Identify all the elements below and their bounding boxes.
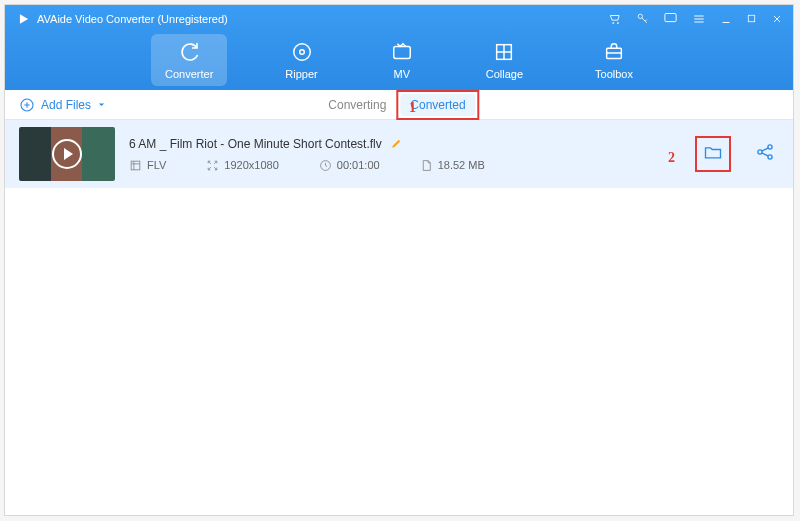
nav-converter[interactable]: Converter: [151, 34, 227, 86]
tab-converting[interactable]: Converting: [318, 94, 396, 116]
titlebar: AVAide Video Converter (Unregistered): [5, 5, 793, 30]
folder-icon: [701, 142, 725, 162]
key-icon[interactable]: [636, 12, 649, 25]
share-icon: [755, 142, 775, 162]
ripper-icon: [290, 40, 314, 64]
app-logo-icon: [17, 12, 31, 26]
file-meta: 6 AM _ Film Riot - One Minute Short Cont…: [129, 137, 681, 172]
share-button[interactable]: [755, 142, 775, 166]
minimize-icon[interactable]: [720, 13, 732, 25]
size-value: 18.52 MB: [438, 159, 485, 171]
nav-label: Ripper: [285, 68, 317, 80]
stat-size: 18.52 MB: [420, 159, 485, 172]
add-files-button[interactable]: Add Files: [19, 97, 106, 113]
toolbox-icon: [602, 40, 626, 64]
mv-icon: [390, 40, 414, 64]
window-controls: [608, 11, 783, 26]
clock-icon: [319, 159, 332, 172]
header: AVAide Video Converter (Unregistered) Co…: [5, 5, 793, 90]
stat-resolution: 1920x1080: [206, 159, 278, 172]
svg-marker-0: [20, 14, 28, 23]
file-actions: [695, 136, 775, 172]
app-title: AVAide Video Converter (Unregistered): [37, 13, 608, 25]
maximize-icon[interactable]: [746, 13, 757, 24]
collage-icon: [492, 40, 516, 64]
add-files-label: Add Files: [41, 98, 91, 112]
stat-duration: 00:01:00: [319, 159, 380, 172]
stat-format: FLV: [129, 159, 166, 172]
nav-label: Converter: [165, 68, 213, 80]
play-icon: [52, 139, 82, 169]
file-icon: [420, 159, 433, 172]
resolution-icon: [206, 159, 219, 172]
svg-rect-3: [748, 15, 754, 21]
close-icon[interactable]: [771, 13, 783, 25]
format-icon: [129, 159, 142, 172]
file-name: 6 AM _ Film Riot - One Minute Short Cont…: [129, 137, 382, 151]
nav-toolbox[interactable]: Toolbox: [581, 34, 647, 86]
svg-rect-6: [393, 47, 410, 59]
edit-icon[interactable]: [390, 137, 403, 150]
feedback-icon[interactable]: [663, 11, 678, 26]
nav-ripper[interactable]: Ripper: [271, 34, 331, 86]
annotation-number-1: 1: [409, 100, 416, 116]
nav-label: Toolbox: [595, 68, 633, 80]
menu-icon[interactable]: [692, 12, 706, 26]
duration-value: 00:01:00: [337, 159, 380, 171]
app-window: AVAide Video Converter (Unregistered) Co…: [4, 4, 794, 516]
status-tabs: Converting Converted: [318, 90, 479, 120]
resolution-value: 1920x1080: [224, 159, 278, 171]
svg-point-4: [293, 44, 310, 61]
video-thumbnail[interactable]: [19, 127, 115, 181]
svg-rect-10: [131, 161, 140, 170]
nav-mv[interactable]: MV: [376, 34, 428, 86]
plus-circle-icon: [19, 97, 35, 113]
nav-label: Collage: [486, 68, 523, 80]
converter-icon: [177, 40, 201, 64]
svg-point-1: [638, 14, 642, 18]
nav-label: MV: [393, 68, 410, 80]
chevron-down-icon: [97, 100, 106, 109]
annotation-number-2: 2: [668, 150, 675, 166]
toolbar: Add Files Converting Converted: [5, 90, 793, 120]
main-nav: Converter Ripper MV Collage: [5, 30, 793, 90]
svg-point-5: [299, 50, 304, 55]
cart-icon[interactable]: [608, 12, 622, 26]
format-value: FLV: [147, 159, 166, 171]
nav-collage[interactable]: Collage: [472, 34, 537, 86]
open-folder-button[interactable]: [695, 136, 731, 172]
